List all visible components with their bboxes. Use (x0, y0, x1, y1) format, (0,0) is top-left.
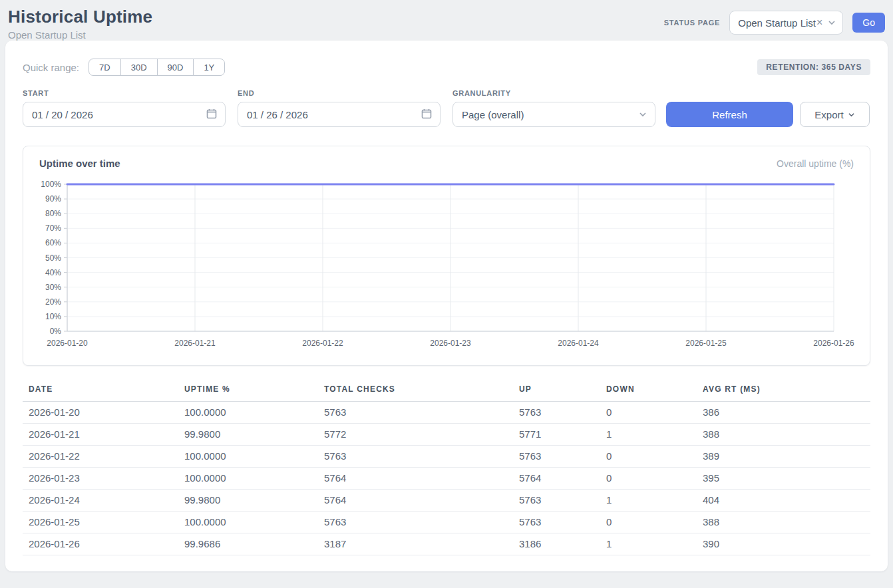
granularity-value: Page (overall) (462, 109, 524, 120)
page-subtitle: Open Startup List (8, 29, 152, 41)
table-cell: 99.9800 (184, 424, 324, 446)
topbar-right: STATUS PAGE Open Startup List × Go (664, 11, 885, 35)
svg-text:50%: 50% (45, 253, 61, 263)
table-cell: 5764 (324, 490, 519, 512)
end-date-input[interactable]: 01 / 26 / 2026 (238, 102, 441, 127)
title-block: Historical Uptime Open Startup List (8, 7, 152, 41)
table-cell: 5763 (324, 402, 519, 424)
start-date-label: START (23, 89, 226, 97)
table-cell: 5772 (324, 424, 519, 446)
svg-text:2026-01-24: 2026-01-24 (558, 339, 599, 348)
column-header: AVG RT (MS) (703, 383, 870, 402)
go-button[interactable]: Go (852, 13, 885, 33)
chevron-down-icon (639, 109, 647, 120)
quick-range-row: Quick range: 7D30D90D1Y RETENTION: 365 D… (23, 59, 870, 76)
uptime-table: DATEUPTIME %TOTAL CHECKSUPDOWNAVG RT (MS… (23, 383, 870, 555)
table-cell: 5763 (324, 512, 519, 533)
table-row: 2026-01-2199.9800577257711388 (23, 424, 870, 446)
table-cell: 1 (606, 424, 703, 446)
controls-row: START 01 / 20 / 2026 END 01 / 26 / 2026 … (23, 89, 870, 127)
status-page-label: STATUS PAGE (664, 19, 721, 27)
end-date-label: END (238, 89, 441, 97)
end-date-value: 01 / 26 / 2026 (247, 109, 308, 120)
table-cell: 2026-01-25 (23, 512, 184, 533)
svg-text:0%: 0% (50, 327, 62, 336)
svg-text:80%: 80% (45, 209, 61, 218)
chevron-down-icon (828, 19, 836, 27)
svg-text:70%: 70% (45, 223, 61, 233)
quick-range-label: Quick range: (23, 62, 79, 73)
quick-range-1y-button[interactable]: 1Y (193, 59, 225, 76)
table-cell: 404 (703, 490, 870, 512)
svg-text:2026-01-20: 2026-01-20 (47, 339, 88, 348)
table-cell: 5763 (519, 512, 606, 533)
uptime-chart-card: Uptime over time Overall uptime (%) 0%10… (23, 146, 870, 366)
quick-range-group: 7D30D90D1Y (89, 59, 225, 76)
table-cell: 0 (606, 468, 703, 490)
table-cell: 3187 (324, 533, 519, 555)
chart-title: Uptime over time (39, 158, 120, 169)
svg-text:20%: 20% (45, 297, 61, 307)
uptime-line-chart: 0%10%20%30%40%50%60%70%80%90%100%2026-01… (39, 175, 855, 356)
table-cell: 5771 (519, 424, 606, 446)
table-cell: 0 (606, 446, 703, 468)
start-date-value: 01 / 20 / 2026 (32, 109, 93, 120)
end-date-field: END 01 / 26 / 2026 (238, 89, 441, 127)
svg-text:40%: 40% (45, 268, 61, 277)
table-cell: 5763 (324, 446, 519, 468)
clear-icon[interactable]: × (816, 17, 822, 29)
table-cell: 100.0000 (184, 446, 324, 468)
table-cell: 3186 (519, 533, 606, 555)
table-cell: 2026-01-24 (23, 490, 184, 512)
table-cell: 1 (606, 533, 703, 555)
table-cell: 100.0000 (184, 402, 324, 424)
svg-text:10%: 10% (45, 312, 61, 321)
chevron-down-icon (848, 109, 855, 120)
top-bar: Historical Uptime Open Startup List STAT… (0, 0, 893, 41)
export-button-label: Export (814, 109, 843, 120)
table-cell: 5763 (519, 402, 606, 424)
quick-range-7d-button[interactable]: 7D (89, 59, 121, 76)
table-cell: 99.9686 (184, 533, 324, 555)
svg-text:90%: 90% (45, 194, 61, 204)
svg-text:2026-01-25: 2026-01-25 (685, 339, 727, 348)
status-page-select[interactable]: Open Startup List × (729, 11, 843, 35)
table-cell: 5763 (519, 490, 606, 512)
table-cell: 99.9800 (184, 490, 324, 512)
svg-text:30%: 30% (45, 283, 61, 292)
column-header: DATE (23, 383, 184, 402)
granularity-label: GRANULARITY (452, 89, 655, 97)
svg-text:2026-01-22: 2026-01-22 (302, 339, 343, 348)
svg-text:2026-01-21: 2026-01-21 (174, 339, 216, 348)
table-cell: 2026-01-21 (23, 424, 184, 446)
column-header: UPTIME % (184, 383, 324, 402)
page-title: Historical Uptime (8, 7, 152, 27)
granularity-select[interactable]: Page (overall) (452, 102, 655, 127)
granularity-field: GRANULARITY Page (overall) (452, 89, 655, 127)
start-date-input[interactable]: 01 / 20 / 2026 (23, 102, 226, 127)
table-row: 2026-01-2499.9800576457631404 (23, 490, 870, 512)
table-row: 2026-01-23100.0000576457640395 (23, 468, 870, 490)
table-cell: 390 (703, 533, 870, 555)
table-cell: 389 (703, 446, 870, 468)
table-cell: 388 (703, 424, 870, 446)
export-button[interactable]: Export (800, 102, 870, 127)
chart-header: Uptime over time Overall uptime (%) (39, 158, 854, 169)
calendar-icon[interactable] (206, 108, 217, 121)
column-header: UP (519, 383, 606, 402)
table-row: 2026-01-25100.0000576357630388 (23, 512, 870, 533)
table-cell: 1 (606, 490, 703, 512)
table-row: 2026-01-20100.0000576357630386 (23, 402, 870, 424)
svg-text:2026-01-26: 2026-01-26 (813, 339, 854, 348)
status-page-value: Open Startup List (738, 17, 816, 29)
quick-range-90d-button[interactable]: 90D (157, 59, 194, 76)
table-cell: 2026-01-23 (23, 468, 184, 490)
table-cell: 2026-01-22 (23, 446, 184, 468)
table-cell: 386 (703, 402, 870, 424)
main-panel: Quick range: 7D30D90D1Y RETENTION: 365 D… (5, 41, 888, 571)
refresh-button[interactable]: Refresh (666, 102, 793, 127)
table-cell: 2026-01-20 (23, 402, 184, 424)
table-cell: 5764 (324, 468, 519, 490)
calendar-icon[interactable] (421, 108, 432, 121)
quick-range-30d-button[interactable]: 30D (120, 59, 158, 76)
